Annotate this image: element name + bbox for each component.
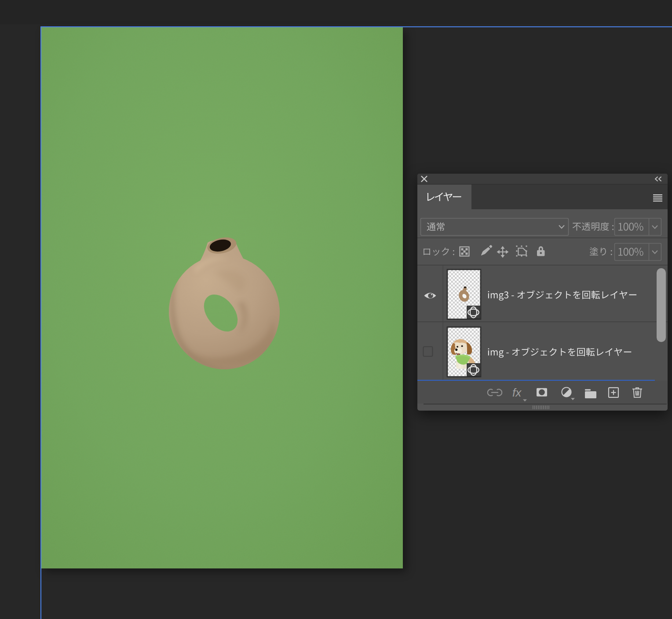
- svg-text:fx: fx: [512, 386, 522, 399]
